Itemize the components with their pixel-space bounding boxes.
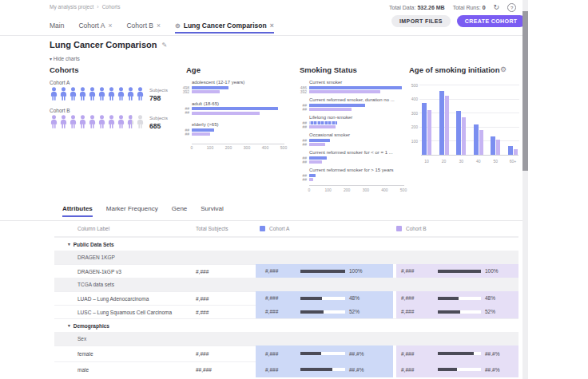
chart-value-labels: 498392 [176,86,192,95]
cohort-b-percent: 100% [485,268,499,274]
table-subgroup-row: Sex [54,332,518,345]
cohort-a-percent: ##.#% [349,351,364,357]
cohort-a-bar [508,146,513,155]
total-subjects-header[interactable]: Total Subjects [196,226,256,231]
cohort-b-percent: ##.#% [485,367,499,373]
detail-tab-survival[interactable]: Survival [201,205,223,215]
person-icon [97,87,106,101]
chart-group: Current reformed smoker, duration no ...… [297,97,409,113]
x-axis-labels: 102030405060+ [421,159,518,164]
cohort-a-bar-fill [300,270,345,273]
breadcrumb-cohorts[interactable]: Cohorts [102,4,121,10]
person-icon [78,87,87,101]
person-icon [50,87,58,101]
subjects-label: Subjects [149,116,168,120]
create-cohort-button[interactable]: CREATE COHORT [457,15,526,27]
cohort-b-cell: #,###100% [396,264,518,278]
table-group-row[interactable]: ▾Demographics [54,318,518,332]
axis-tick-label: 500 [400,188,407,192]
close-icon[interactable]: × [157,22,161,30]
person-icon [136,87,145,101]
tab-lung-cancer-comparison[interactable]: ⚙Lung Cancer Comparison× [175,22,274,34]
cohort-b-bar [309,108,352,111]
cohort-a-bar [456,111,461,155]
total-data-value: 532.26 MB [417,5,444,10]
scrollbar-thumb[interactable] [522,11,528,171]
cohort-a-cell: #,#####.#% [256,345,393,361]
chart-value-labels: #### [297,121,309,130]
close-icon[interactable]: × [109,22,113,30]
cohort-a-bar [309,104,365,107]
hide-charts-toggle[interactable]: ▾ Hide charts [50,56,80,61]
chart-value-labels: #### [176,107,192,116]
cohort-a-count: #,### [265,351,300,357]
breadcrumb-project[interactable]: My analysis project [50,4,93,10]
cohort-pictograph [50,87,145,102]
cohort-b-cell: #,#####.#% [396,361,518,377]
cohort-b-bar-fill [438,352,474,355]
tab-label: Cohort B [126,22,153,30]
row-label: LUSC – Lung Squamous Cell Carcinoma [54,305,196,318]
refresh-icon[interactable]: ↻ [494,4,500,11]
tab-label: Cohort A [78,22,105,30]
detail-tab-marker-frequency[interactable]: Marker Frequency [106,205,158,215]
cohort-row: Cohort BSubjects685 [50,108,171,130]
y-axis-tick-label: 100 [409,139,418,144]
edit-icon[interactable]: ✎ [161,41,167,49]
age-chart-title: Age [186,65,294,74]
action-buttons: IMPORT FILES CREATE COHORT [391,15,526,27]
person-icon [117,115,125,128]
cohort-a-bar [474,124,479,155]
close-icon[interactable]: × [270,22,274,30]
chart-group: elderly (>65)#### [176,122,294,137]
cohort-b-legend-swatch [396,226,402,231]
detail-tab-bar: AttributesMarker FrequencyGeneSurvival [62,205,224,219]
axis-tick-label: 300 [363,188,369,192]
chart-group: Current reformed smoker for < or = 1 ...… [297,150,409,165]
chart-category-label: Current reformed smoker for > 15 years [309,168,409,172]
tab-main[interactable]: Main [50,22,64,34]
scrollbar[interactable] [522,0,528,379]
y-axis-tick-label: 300 [409,111,418,116]
cohort-b-bar [496,140,500,155]
axis-tick-label: 300 [244,145,250,150]
axis-tick-label: 100 [324,188,331,192]
cohort-b-count: #,### [401,268,438,274]
tab-cohort-a[interactable]: Cohort A× [78,22,112,34]
cohort-b-cell: #,#####.#% [396,345,518,361]
cohort-a-percent: ##.#% [349,367,364,373]
x-axis-tick-label: 10 [421,159,432,164]
row-total-subjects: #,### [196,305,256,318]
axis-tick-label: 200 [344,188,350,192]
cohort-a-bar [309,86,402,89]
cohort-a-legend-swatch [260,226,265,231]
detail-tab-gene[interactable]: Gene [172,205,188,215]
person-icon [126,87,135,101]
person-icon [107,87,116,101]
cohort-a-bar [439,91,444,155]
cohort-b-value: 392 [176,90,189,94]
import-files-button[interactable]: IMPORT FILES [391,15,451,27]
smoking-chart-title: Smoking Status [300,65,409,74]
cohort-a-legend: Cohort A [256,226,393,231]
detail-tab-attributes[interactable]: Attributes [62,205,93,217]
help-icon[interactable]: ? [507,3,516,12]
cohort-a-count: #,### [265,309,300,314]
chart-value-labels: #### [297,156,309,165]
chart-value-labels: #### [297,174,309,183]
cohort-a-cell: #,#####.#% [256,361,393,377]
cohort-b-value: ## [297,143,307,147]
cohort-row: Cohort ASubjects798 [50,80,171,102]
person-icon [50,115,58,128]
table-group-row[interactable]: ▾Public Data Sets [54,237,518,251]
row-total-subjects: #,### [196,345,256,361]
tab-label: Main [50,22,64,30]
person-icon [88,115,97,128]
column-label-header[interactable]: Column Label [54,226,196,231]
cohort-a-cell: #,###48% [256,291,393,305]
person-icon [69,115,77,128]
cohort-a-cell: #,###52% [256,305,393,318]
cohort-b-value: ## [297,160,307,164]
chart-category-label: Lifelong non-smoker [309,115,409,120]
tab-cohort-b[interactable]: Cohort B× [126,22,161,34]
